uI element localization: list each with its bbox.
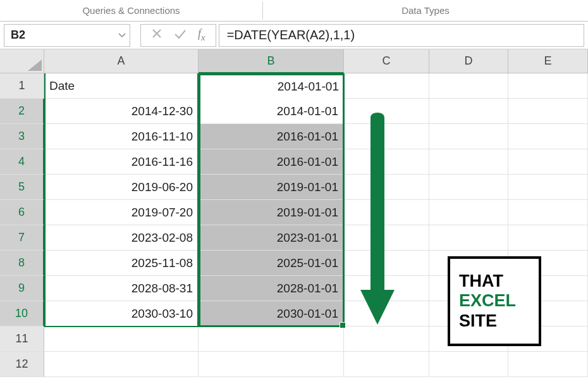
cell-C6[interactable] bbox=[344, 200, 429, 225]
chevron-down-icon[interactable] bbox=[118, 32, 126, 39]
formula-buttons: fx bbox=[140, 24, 216, 47]
ribbon-group-row: Queries & Connections Data Types bbox=[0, 0, 588, 22]
cell-C10[interactable] bbox=[344, 301, 429, 327]
ribbon-group-datatypes[interactable]: Data Types bbox=[263, 0, 588, 21]
cell-C3[interactable] bbox=[344, 124, 429, 149]
cell-B12[interactable] bbox=[199, 352, 344, 377]
cell-A7[interactable]: 2023-02-08 bbox=[44, 225, 199, 251]
cell-A8[interactable]: 2025-11-08 bbox=[44, 251, 199, 276]
cell-D6[interactable] bbox=[429, 200, 508, 225]
cell-D5[interactable] bbox=[429, 175, 508, 200]
row-header-10[interactable]: 10 bbox=[0, 301, 44, 327]
cell-D9[interactable] bbox=[429, 276, 508, 301]
fx-icon[interactable]: fx bbox=[198, 27, 205, 43]
cell-A3[interactable]: 2016-11-10 bbox=[44, 124, 199, 149]
name-box[interactable]: B2 bbox=[4, 24, 130, 47]
column-header-C[interactable]: C bbox=[344, 49, 429, 73]
cell-C12[interactable] bbox=[344, 352, 429, 377]
cell-E9[interactable] bbox=[508, 276, 588, 301]
cell-C1[interactable] bbox=[344, 73, 429, 99]
cell-E6[interactable] bbox=[508, 200, 588, 225]
cell-C4[interactable] bbox=[344, 149, 429, 175]
select-all-corner[interactable] bbox=[0, 49, 44, 73]
column-header-A[interactable]: A bbox=[44, 49, 199, 73]
cell-B4[interactable]: 2016-01-01 bbox=[199, 149, 344, 175]
cell-B11[interactable] bbox=[199, 327, 344, 352]
cell-D4[interactable] bbox=[429, 149, 508, 175]
cell-A12[interactable] bbox=[44, 352, 199, 377]
cell-C8[interactable] bbox=[344, 251, 429, 276]
cell-B7[interactable]: 2023-01-01 bbox=[199, 225, 344, 251]
cell-B3[interactable]: 2016-01-01 bbox=[199, 124, 344, 149]
cell-A4[interactable]: 2016-11-16 bbox=[44, 149, 199, 175]
row-header-4[interactable]: 4 bbox=[0, 149, 44, 175]
cancel-icon[interactable] bbox=[151, 28, 162, 42]
cell-D10[interactable] bbox=[429, 301, 508, 327]
cell-D11[interactable] bbox=[429, 327, 508, 352]
cell-B6[interactable]: 2019-01-01 bbox=[199, 200, 344, 225]
column-header-B[interactable]: B bbox=[199, 49, 344, 73]
row-header-9[interactable]: 9 bbox=[0, 276, 44, 301]
cell-E5[interactable] bbox=[508, 175, 588, 200]
row-header-3[interactable]: 3 bbox=[0, 124, 44, 149]
row-header-6[interactable]: 6 bbox=[0, 200, 44, 225]
formula-bar[interactable]: =DATE(YEAR(A2),1,1) bbox=[219, 24, 584, 47]
cell-A5[interactable]: 2019-06-20 bbox=[44, 175, 199, 200]
row-header-8[interactable]: 8 bbox=[0, 251, 44, 276]
cell-D8[interactable] bbox=[429, 251, 508, 276]
cell-E1[interactable] bbox=[508, 73, 588, 99]
cell-B8[interactable]: 2025-01-01 bbox=[199, 251, 344, 276]
spreadsheet-grid[interactable]: ABCDE1DateFirst Day of Year22014-12-3020… bbox=[0, 49, 588, 377]
cell-E2[interactable] bbox=[508, 99, 588, 124]
formula-bar-value: =DATE(YEAR(A2),1,1) bbox=[227, 28, 355, 42]
cell-C2[interactable] bbox=[344, 99, 429, 124]
cell-E7[interactable] bbox=[508, 225, 588, 251]
cell-E12[interactable] bbox=[508, 352, 588, 377]
cell-D2[interactable] bbox=[429, 99, 508, 124]
cell-E8[interactable] bbox=[508, 251, 588, 276]
cell-E3[interactable] bbox=[508, 124, 588, 149]
row-header-11[interactable]: 11 bbox=[0, 327, 44, 352]
row-header-7[interactable]: 7 bbox=[0, 225, 44, 251]
cell-A2[interactable]: 2014-12-30 bbox=[44, 99, 199, 124]
cell-A11[interactable] bbox=[44, 327, 199, 352]
cell-D1[interactable] bbox=[429, 73, 508, 99]
row-header-5[interactable]: 5 bbox=[0, 175, 44, 200]
row-header-1[interactable]: 1 bbox=[0, 73, 44, 99]
cell-A1[interactable]: Date bbox=[44, 73, 199, 99]
formula-row: B2 fx =DATE(YEAR(A2),1,1) bbox=[0, 22, 588, 49]
cell-C7[interactable] bbox=[344, 225, 429, 251]
cell-E11[interactable] bbox=[508, 327, 588, 352]
enter-icon[interactable] bbox=[174, 28, 187, 42]
column-header-E[interactable]: E bbox=[508, 49, 588, 73]
cell-A6[interactable]: 2019-07-20 bbox=[44, 200, 199, 225]
cell-C9[interactable] bbox=[344, 276, 429, 301]
cell-D12[interactable] bbox=[429, 352, 508, 377]
cell-A10[interactable]: 2030-03-10 bbox=[44, 301, 199, 327]
cell-B9[interactable]: 2028-01-01 bbox=[199, 276, 344, 301]
cell-C5[interactable] bbox=[344, 175, 429, 200]
ribbon-group-queries[interactable]: Queries & Connections bbox=[0, 0, 262, 21]
cell-B2[interactable]: 2014-01-01 bbox=[199, 99, 344, 124]
row-header-2[interactable]: 2 bbox=[0, 99, 44, 124]
row-header-12[interactable]: 12 bbox=[0, 352, 44, 377]
cell-B5[interactable]: 2019-01-01 bbox=[199, 175, 344, 200]
cell-A9[interactable]: 2028-08-31 bbox=[44, 276, 199, 301]
cell-B10[interactable]: 2030-01-01 bbox=[199, 301, 344, 327]
cell-D7[interactable] bbox=[429, 225, 508, 251]
cell-D3[interactable] bbox=[429, 124, 508, 149]
cell-B1[interactable]: First Day of Year bbox=[199, 73, 344, 99]
cell-E4[interactable] bbox=[508, 149, 588, 175]
name-box-value: B2 bbox=[11, 28, 25, 42]
cell-E10[interactable] bbox=[508, 301, 588, 327]
column-header-D[interactable]: D bbox=[429, 49, 508, 73]
cell-C11[interactable] bbox=[344, 327, 429, 352]
